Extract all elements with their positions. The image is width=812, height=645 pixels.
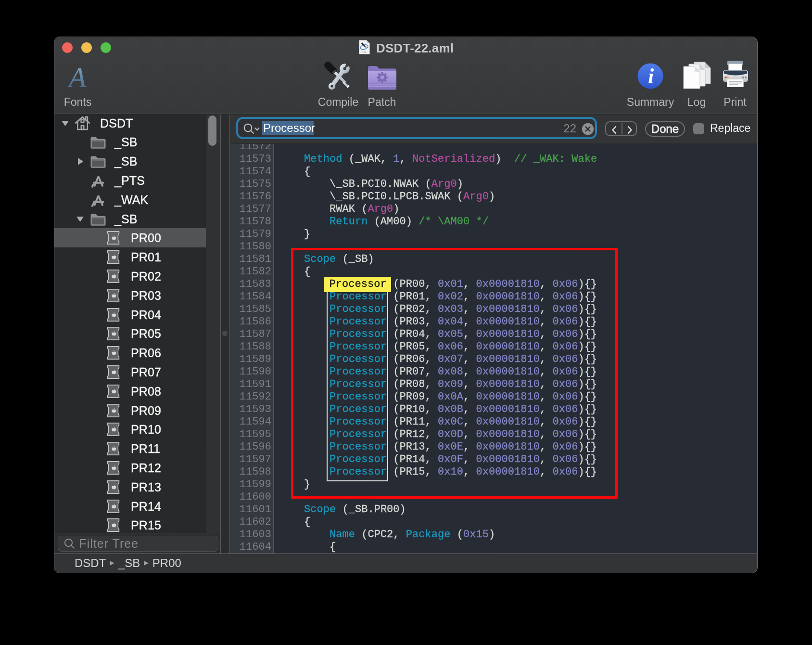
svg-text:i: i — [648, 64, 654, 88]
svg-text:AML: AML — [362, 51, 367, 53]
svg-text:A: A — [68, 66, 87, 90]
